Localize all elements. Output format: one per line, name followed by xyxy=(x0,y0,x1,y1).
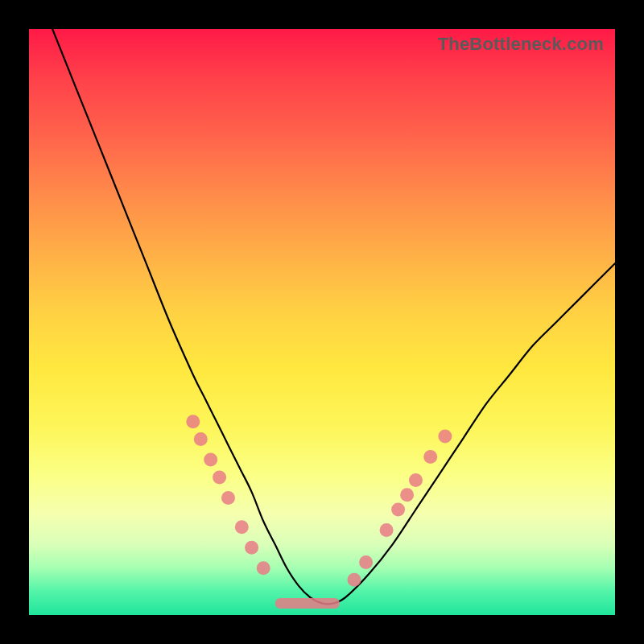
curve-marker xyxy=(245,541,258,555)
curve-marker xyxy=(391,503,405,517)
flat-segment-marker xyxy=(275,598,340,609)
curve-marker xyxy=(257,561,270,575)
curve-marker xyxy=(194,432,208,446)
curve-marker xyxy=(380,523,394,537)
outer-frame: TheBottleneck.com xyxy=(0,0,644,644)
markers-right-group xyxy=(348,430,452,587)
curve-marker xyxy=(400,488,414,502)
plot-area: TheBottleneck.com xyxy=(29,29,615,615)
curve-marker xyxy=(409,473,423,487)
curve-svg xyxy=(29,29,615,615)
curve-marker xyxy=(359,555,373,569)
curve-marker xyxy=(186,415,200,428)
markers-left-group xyxy=(186,415,270,575)
curve-marker xyxy=(235,520,249,534)
watermark-text: TheBottleneck.com xyxy=(438,34,604,55)
curve-marker xyxy=(423,450,437,464)
curve-marker xyxy=(204,453,217,467)
curve-marker xyxy=(213,470,226,484)
curve-marker xyxy=(348,573,361,587)
curve-marker xyxy=(221,491,235,505)
curve-marker xyxy=(438,430,452,444)
bottleneck-curve xyxy=(52,29,615,604)
